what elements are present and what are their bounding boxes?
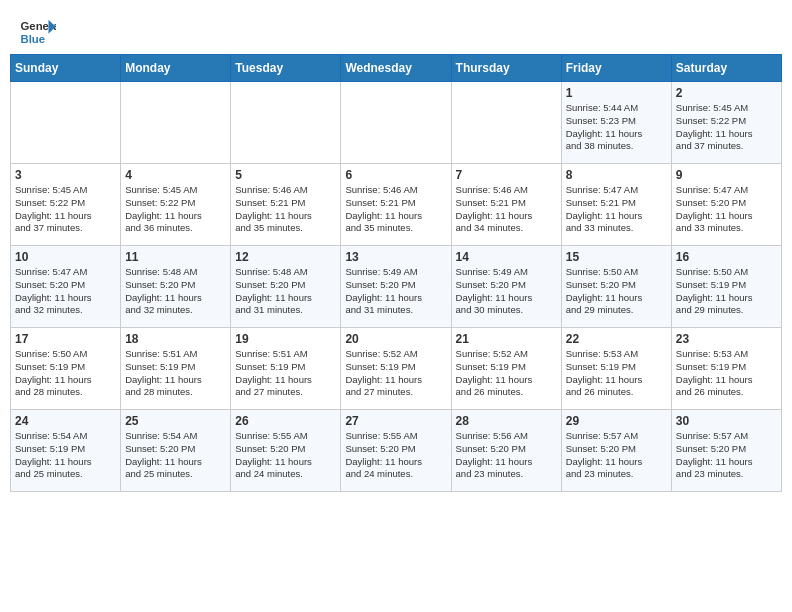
day-number: 10 (15, 250, 116, 264)
weekday-header-friday: Friday (561, 55, 671, 82)
calendar-week-row: 17Sunrise: 5:50 AM Sunset: 5:19 PM Dayli… (11, 328, 782, 410)
day-number: 5 (235, 168, 336, 182)
calendar-cell: 2Sunrise: 5:45 AM Sunset: 5:22 PM Daylig… (671, 82, 781, 164)
weekday-header-saturday: Saturday (671, 55, 781, 82)
day-info: Sunrise: 5:46 AM Sunset: 5:21 PM Dayligh… (456, 184, 557, 235)
weekday-header-row: SundayMondayTuesdayWednesdayThursdayFrid… (11, 55, 782, 82)
calendar-cell: 15Sunrise: 5:50 AM Sunset: 5:20 PM Dayli… (561, 246, 671, 328)
calendar-cell: 11Sunrise: 5:48 AM Sunset: 5:20 PM Dayli… (121, 246, 231, 328)
calendar-cell: 7Sunrise: 5:46 AM Sunset: 5:21 PM Daylig… (451, 164, 561, 246)
weekday-header-sunday: Sunday (11, 55, 121, 82)
day-number: 1 (566, 86, 667, 100)
day-info: Sunrise: 5:50 AM Sunset: 5:19 PM Dayligh… (676, 266, 777, 317)
calendar-cell: 24Sunrise: 5:54 AM Sunset: 5:19 PM Dayli… (11, 410, 121, 492)
day-info: Sunrise: 5:54 AM Sunset: 5:20 PM Dayligh… (125, 430, 226, 481)
day-info: Sunrise: 5:55 AM Sunset: 5:20 PM Dayligh… (345, 430, 446, 481)
calendar-cell: 23Sunrise: 5:53 AM Sunset: 5:19 PM Dayli… (671, 328, 781, 410)
calendar-cell: 5Sunrise: 5:46 AM Sunset: 5:21 PM Daylig… (231, 164, 341, 246)
calendar-cell: 8Sunrise: 5:47 AM Sunset: 5:21 PM Daylig… (561, 164, 671, 246)
day-info: Sunrise: 5:56 AM Sunset: 5:20 PM Dayligh… (456, 430, 557, 481)
calendar-cell: 17Sunrise: 5:50 AM Sunset: 5:19 PM Dayli… (11, 328, 121, 410)
day-info: Sunrise: 5:47 AM Sunset: 5:20 PM Dayligh… (676, 184, 777, 235)
calendar-cell: 29Sunrise: 5:57 AM Sunset: 5:20 PM Dayli… (561, 410, 671, 492)
calendar-cell (451, 82, 561, 164)
day-number: 6 (345, 168, 446, 182)
day-info: Sunrise: 5:54 AM Sunset: 5:19 PM Dayligh… (15, 430, 116, 481)
calendar-cell: 19Sunrise: 5:51 AM Sunset: 5:19 PM Dayli… (231, 328, 341, 410)
day-info: Sunrise: 5:57 AM Sunset: 5:20 PM Dayligh… (566, 430, 667, 481)
calendar-cell: 20Sunrise: 5:52 AM Sunset: 5:19 PM Dayli… (341, 328, 451, 410)
day-info: Sunrise: 5:44 AM Sunset: 5:23 PM Dayligh… (566, 102, 667, 153)
calendar-cell: 6Sunrise: 5:46 AM Sunset: 5:21 PM Daylig… (341, 164, 451, 246)
day-number: 14 (456, 250, 557, 264)
calendar-cell: 28Sunrise: 5:56 AM Sunset: 5:20 PM Dayli… (451, 410, 561, 492)
calendar-cell: 18Sunrise: 5:51 AM Sunset: 5:19 PM Dayli… (121, 328, 231, 410)
day-number: 24 (15, 414, 116, 428)
day-info: Sunrise: 5:47 AM Sunset: 5:21 PM Dayligh… (566, 184, 667, 235)
day-number: 11 (125, 250, 226, 264)
calendar-cell (341, 82, 451, 164)
day-number: 25 (125, 414, 226, 428)
calendar-cell: 9Sunrise: 5:47 AM Sunset: 5:20 PM Daylig… (671, 164, 781, 246)
weekday-header-wednesday: Wednesday (341, 55, 451, 82)
calendar-cell: 14Sunrise: 5:49 AM Sunset: 5:20 PM Dayli… (451, 246, 561, 328)
calendar-cell: 30Sunrise: 5:57 AM Sunset: 5:20 PM Dayli… (671, 410, 781, 492)
calendar-cell: 16Sunrise: 5:50 AM Sunset: 5:19 PM Dayli… (671, 246, 781, 328)
calendar-cell: 27Sunrise: 5:55 AM Sunset: 5:20 PM Dayli… (341, 410, 451, 492)
day-number: 7 (456, 168, 557, 182)
calendar-header: SundayMondayTuesdayWednesdayThursdayFrid… (11, 55, 782, 82)
day-number: 4 (125, 168, 226, 182)
day-number: 17 (15, 332, 116, 346)
day-number: 8 (566, 168, 667, 182)
calendar-cell (231, 82, 341, 164)
day-info: Sunrise: 5:45 AM Sunset: 5:22 PM Dayligh… (15, 184, 116, 235)
day-number: 15 (566, 250, 667, 264)
calendar-cell: 10Sunrise: 5:47 AM Sunset: 5:20 PM Dayli… (11, 246, 121, 328)
day-info: Sunrise: 5:51 AM Sunset: 5:19 PM Dayligh… (125, 348, 226, 399)
day-info: Sunrise: 5:52 AM Sunset: 5:19 PM Dayligh… (345, 348, 446, 399)
day-info: Sunrise: 5:48 AM Sunset: 5:20 PM Dayligh… (235, 266, 336, 317)
day-info: Sunrise: 5:52 AM Sunset: 5:19 PM Dayligh… (456, 348, 557, 399)
weekday-header-monday: Monday (121, 55, 231, 82)
calendar-body: 1Sunrise: 5:44 AM Sunset: 5:23 PM Daylig… (11, 82, 782, 492)
calendar-table: SundayMondayTuesdayWednesdayThursdayFrid… (10, 54, 782, 492)
day-info: Sunrise: 5:51 AM Sunset: 5:19 PM Dayligh… (235, 348, 336, 399)
calendar-cell: 1Sunrise: 5:44 AM Sunset: 5:23 PM Daylig… (561, 82, 671, 164)
day-info: Sunrise: 5:47 AM Sunset: 5:20 PM Dayligh… (15, 266, 116, 317)
day-number: 22 (566, 332, 667, 346)
svg-text:Blue: Blue (21, 33, 46, 45)
day-info: Sunrise: 5:45 AM Sunset: 5:22 PM Dayligh… (676, 102, 777, 153)
weekday-header-tuesday: Tuesday (231, 55, 341, 82)
calendar-week-row: 10Sunrise: 5:47 AM Sunset: 5:20 PM Dayli… (11, 246, 782, 328)
day-info: Sunrise: 5:55 AM Sunset: 5:20 PM Dayligh… (235, 430, 336, 481)
day-info: Sunrise: 5:49 AM Sunset: 5:20 PM Dayligh… (345, 266, 446, 317)
day-info: Sunrise: 5:46 AM Sunset: 5:21 PM Dayligh… (345, 184, 446, 235)
calendar-week-row: 24Sunrise: 5:54 AM Sunset: 5:19 PM Dayli… (11, 410, 782, 492)
calendar-week-row: 3Sunrise: 5:45 AM Sunset: 5:22 PM Daylig… (11, 164, 782, 246)
calendar-cell: 26Sunrise: 5:55 AM Sunset: 5:20 PM Dayli… (231, 410, 341, 492)
day-number: 3 (15, 168, 116, 182)
day-number: 18 (125, 332, 226, 346)
day-info: Sunrise: 5:50 AM Sunset: 5:19 PM Dayligh… (15, 348, 116, 399)
day-info: Sunrise: 5:53 AM Sunset: 5:19 PM Dayligh… (676, 348, 777, 399)
day-number: 29 (566, 414, 667, 428)
day-number: 16 (676, 250, 777, 264)
page-header: General Blue (10, 10, 782, 54)
calendar-cell: 21Sunrise: 5:52 AM Sunset: 5:19 PM Dayli… (451, 328, 561, 410)
day-number: 26 (235, 414, 336, 428)
day-number: 9 (676, 168, 777, 182)
day-info: Sunrise: 5:57 AM Sunset: 5:20 PM Dayligh… (676, 430, 777, 481)
day-number: 2 (676, 86, 777, 100)
calendar-cell: 13Sunrise: 5:49 AM Sunset: 5:20 PM Dayli… (341, 246, 451, 328)
logo: General Blue (20, 18, 56, 46)
day-info: Sunrise: 5:50 AM Sunset: 5:20 PM Dayligh… (566, 266, 667, 317)
day-number: 28 (456, 414, 557, 428)
calendar-cell: 25Sunrise: 5:54 AM Sunset: 5:20 PM Dayli… (121, 410, 231, 492)
calendar-cell: 12Sunrise: 5:48 AM Sunset: 5:20 PM Dayli… (231, 246, 341, 328)
calendar-cell (121, 82, 231, 164)
logo-icon: General Blue (20, 18, 56, 46)
calendar-cell: 22Sunrise: 5:53 AM Sunset: 5:19 PM Dayli… (561, 328, 671, 410)
weekday-header-thursday: Thursday (451, 55, 561, 82)
calendar-week-row: 1Sunrise: 5:44 AM Sunset: 5:23 PM Daylig… (11, 82, 782, 164)
calendar-cell: 4Sunrise: 5:45 AM Sunset: 5:22 PM Daylig… (121, 164, 231, 246)
